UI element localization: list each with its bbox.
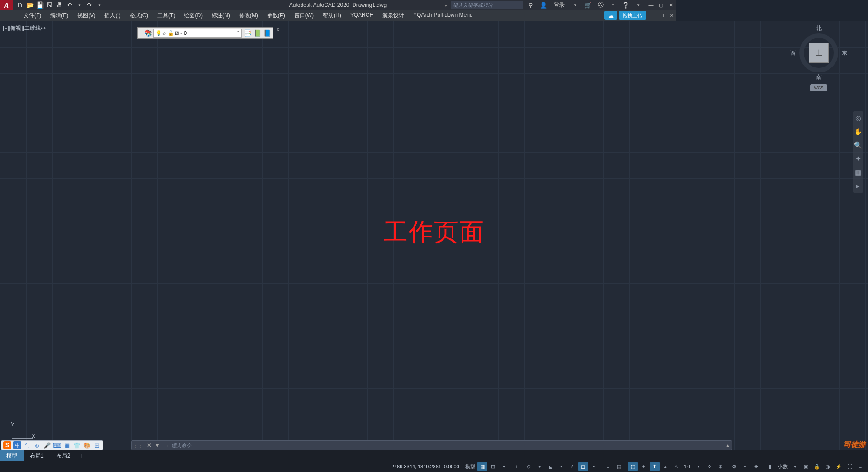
layer-state-icons: 💡☼ 🔓🖥 ▫: [156, 30, 182, 36]
maximize-button[interactable]: ▢: [656, 0, 666, 10]
cloud-icon[interactable]: ☁: [604, 11, 617, 20]
quick-access-toolbar: 🗋 📂 💾 🖫 🖶 ↶ ▼ ↷ ▼: [13, 0, 104, 10]
menu-插入[interactable]: 插入(I): [100, 10, 125, 21]
layer-properties-icon[interactable]: 📚: [143, 29, 152, 38]
search-input[interactable]: 键入关键字或短语: [451, 1, 523, 9]
redo-dd-icon[interactable]: ▼: [95, 0, 104, 10]
help-icon[interactable]: ❔: [621, 0, 631, 10]
window-title: Autodesk AutoCAD 2020 Drawing1.dwg: [289, 2, 387, 8]
overlay-text: 工作页面: [383, 216, 485, 249]
menu-标注[interactable]: 标注(N): [207, 10, 235, 21]
menu-参数[interactable]: 参数(P): [263, 10, 290, 21]
new-icon[interactable]: 🗋: [15, 0, 24, 10]
viewport-label[interactable]: [−][俯视][二维线框]: [3, 24, 47, 32]
menu-帮助[interactable]: 帮助(H): [318, 10, 346, 21]
doc-minimize-button[interactable]: —: [648, 11, 656, 19]
search-arrow-icon[interactable]: ▸: [445, 3, 447, 8]
layer-toolbar[interactable]: ⋮⋮ 📚 💡☼ 🔓🖥 ▫ 0 ˅ 📑 📗 📘 x: [137, 27, 273, 39]
saveas-icon[interactable]: 🖫: [45, 0, 54, 10]
exchange-icon[interactable]: 🛒: [583, 0, 593, 10]
close-button[interactable]: ✕: [666, 0, 676, 10]
menu-视图[interactable]: 视图(V): [73, 10, 100, 21]
doc-close-button[interactable]: ✕: [668, 11, 676, 19]
menu-绘图[interactable]: 绘图(D): [179, 10, 207, 21]
drawing-area[interactable]: [−][俯视][二维线框] ⋮⋮ 📚 💡☼ 🔓🖥 ▫ 0 ˅ 📑 📗 📘 x 工…: [0, 21, 676, 367]
menu-格式[interactable]: 格式(O): [125, 10, 153, 21]
layer-prev-icon[interactable]: 📘: [263, 29, 272, 38]
app-logo[interactable]: A: [0, 0, 13, 10]
menu-bar: 文件(F)编辑(E)视图(V)插入(I)格式(O)工具(T)绘图(D)标注(N)…: [0, 10, 676, 21]
upload-button[interactable]: 拖拽上传: [619, 11, 646, 20]
menu-修改[interactable]: 修改(M): [235, 10, 263, 21]
current-layer: 0: [184, 30, 187, 36]
minimize-button[interactable]: —: [646, 0, 656, 10]
redo-icon[interactable]: ↷: [85, 0, 94, 10]
layer-states-icon[interactable]: 📑: [243, 29, 252, 38]
menu-工具[interactable]: 工具(T): [153, 10, 179, 21]
layer-dropdown[interactable]: 💡☼ 🔓🖥 ▫ 0 ˅: [153, 29, 242, 38]
print-icon[interactable]: 🖶: [55, 0, 64, 10]
title-right: ▸ 键入关键字或短语 ⚲ 👤 登录 ▼ 🛒 Ⓐ ▼ ❔ ▼ — ▢ ✕: [445, 0, 676, 10]
open-icon[interactable]: 📂: [25, 0, 34, 10]
layer-iso-icon[interactable]: 📗: [253, 29, 262, 38]
menu-源泉设计[interactable]: 源泉设计: [378, 10, 409, 21]
menu-YQArch Pull-down Menu[interactable]: YQArch Pull-down Menu: [409, 10, 477, 21]
menu-编辑[interactable]: 编辑(E): [46, 10, 73, 21]
toolbar-grip-icon[interactable]: ⋮⋮: [139, 31, 142, 36]
undo-icon[interactable]: ↶: [65, 0, 74, 10]
doc-restore-button[interactable]: ❐: [658, 11, 666, 19]
save-icon[interactable]: 💾: [35, 0, 44, 10]
connect-icon[interactable]: ⚲: [526, 0, 536, 10]
menu-窗口[interactable]: 窗口(W): [290, 10, 318, 21]
menu-YQARCH[interactable]: YQARCH: [346, 10, 378, 21]
login-button[interactable]: 登录: [551, 1, 567, 9]
chevron-down-icon[interactable]: ˅: [237, 30, 240, 36]
help-dd-icon[interactable]: ▼: [633, 0, 643, 10]
login-dd-icon[interactable]: ▼: [570, 0, 580, 10]
title-bar: A 🗋 📂 💾 🖫 🖶 ↶ ▼ ↷ ▼ Autodesk AutoCAD 202…: [0, 0, 676, 10]
toolbar-close-icon[interactable]: x: [277, 27, 279, 32]
app-dd-icon[interactable]: ▼: [608, 0, 618, 10]
undo-dd-icon[interactable]: ▼: [75, 0, 84, 10]
user-icon[interactable]: 👤: [538, 0, 548, 10]
app-icon[interactable]: Ⓐ: [595, 0, 605, 10]
menu-文件[interactable]: 文件(F): [19, 10, 46, 21]
